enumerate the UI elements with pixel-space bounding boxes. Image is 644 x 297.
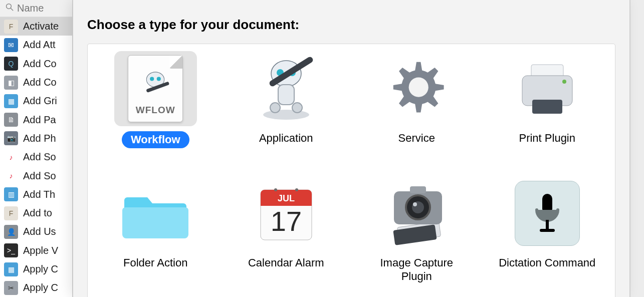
service-icon — [375, 51, 458, 126]
type-label: Image Capture Plugin — [366, 256, 467, 283]
svg-rect-17 — [532, 100, 562, 114]
list-item-label: Apply C — [23, 263, 58, 275]
type-grid: WFLOW Workflow — [93, 51, 610, 283]
list-item[interactable]: 🗎Add Pa — [0, 110, 72, 129]
svg-point-4 — [157, 77, 161, 81]
type-application[interactable]: Application — [224, 51, 349, 148]
type-label: Service — [398, 131, 435, 145]
list-item-label: Add Us — [23, 226, 56, 237]
list-item-label: Add Th — [23, 189, 55, 200]
thumb-icon: ▥ — [4, 187, 18, 201]
user-icon: 👤 — [4, 225, 18, 239]
svg-rect-33 — [540, 229, 555, 232]
svg-point-12 — [270, 103, 280, 113]
svg-point-14 — [409, 78, 428, 97]
dictation-icon — [506, 176, 588, 251]
svg-rect-10 — [278, 85, 294, 105]
itunes-icon: ♪ — [4, 169, 18, 183]
type-print-plugin[interactable]: Print Plugin — [485, 51, 610, 148]
type-label: Print Plugin — [519, 131, 575, 145]
svg-point-13 — [292, 103, 302, 113]
color-icon: ◧ — [4, 76, 18, 90]
type-workflow[interactable]: WFLOW Workflow — [93, 51, 219, 148]
svg-rect-32 — [546, 220, 549, 229]
itunes-icon: ♪ — [4, 150, 18, 164]
list-item-label: Add So — [23, 151, 56, 163]
list-item-label: Add Pa — [23, 114, 56, 126]
list-item[interactable]: ◧Add Co — [0, 73, 72, 92]
search-row — [0, 0, 72, 17]
template-chooser-sheet: Choose a type for your document: — [73, 0, 630, 297]
list-item-label: Add Att — [23, 39, 56, 51]
svg-point-6 — [263, 110, 309, 120]
quicktime-icon: Q — [4, 57, 18, 71]
svg-point-18 — [562, 80, 566, 84]
type-image-capture-plugin[interactable]: Image Capture Plugin — [354, 176, 480, 283]
actions-list: FActivate✉Add AttQAdd Co◧Add Co▦Add Gri🗎… — [0, 17, 72, 297]
type-dictation-command[interactable]: Dictation Command — [485, 176, 610, 283]
list-item-label: Add Gri — [23, 95, 57, 107]
list-item-label: Add Ph — [23, 133, 56, 144]
type-label: Dictation Command — [499, 256, 595, 270]
list-item-label: Add So — [23, 170, 56, 182]
font-icon: F — [4, 20, 18, 34]
list-item[interactable]: ✉Add Att — [0, 36, 72, 54]
list-item[interactable]: ▦Add Gri — [0, 92, 72, 110]
svg-point-30 — [413, 202, 417, 206]
attach-icon: ✉ — [4, 38, 18, 52]
type-calendar-alarm[interactable]: JUL 17 Calendar Alarm — [224, 176, 349, 283]
type-service[interactable]: Service — [354, 51, 480, 148]
list-item[interactable]: 📷Add Ph — [0, 129, 72, 148]
workflow-icon: WFLOW — [114, 51, 197, 126]
actions-sidebar: FActivate✉Add AttQAdd Co◧Add Co▦Add Gri🗎… — [0, 0, 73, 297]
list-item[interactable]: ♪Add So — [0, 148, 72, 166]
type-label: Calendar Alarm — [248, 256, 324, 270]
grid-icon: ▦ — [4, 94, 18, 108]
camera-icon — [375, 176, 458, 251]
scissors-icon: ✂ — [4, 281, 18, 295]
type-label: Folder Action — [123, 256, 187, 270]
list-item-label: Apply C — [23, 282, 58, 293]
photo-icon: 📷 — [4, 131, 18, 145]
list-item[interactable]: ♪Add So — [0, 166, 72, 185]
list-item[interactable]: QAdd Co — [0, 55, 72, 73]
page-icon: 🗎 — [4, 113, 18, 127]
list-item[interactable]: FAdd to — [0, 204, 72, 222]
list-item[interactable]: FActivate — [0, 17, 72, 36]
type-label: Application — [259, 131, 313, 145]
list-item[interactable]: ✂Apply C — [0, 278, 72, 297]
font-icon: F — [4, 206, 18, 220]
window-edge — [630, 0, 644, 297]
calendar-icon: JUL 17 — [245, 176, 327, 251]
calendar-day: 17 — [271, 205, 302, 237]
svg-line-1 — [11, 8, 13, 11]
list-item-label: Add Co — [23, 58, 57, 70]
svg-rect-27 — [410, 186, 426, 193]
printer-icon — [506, 51, 588, 126]
type-label: Workflow — [122, 131, 189, 148]
search-icon — [5, 3, 14, 14]
list-item[interactable]: 👤Add Us — [0, 222, 72, 241]
list-item[interactable]: >_Apple V — [0, 241, 72, 260]
list-item-label: Add to — [23, 207, 52, 219]
svg-point-22 — [274, 188, 277, 191]
calendar-month: JUL — [278, 193, 295, 203]
wflow-badge: WFLOW — [136, 105, 175, 116]
sheet-title: Choose a type for your document: — [73, 0, 629, 44]
list-item[interactable]: ▥Add Th — [0, 185, 72, 204]
list-item[interactable]: ▦Apply C — [0, 260, 72, 278]
list-item-label: Add Co — [23, 77, 57, 88]
application-icon — [245, 51, 327, 126]
type-grid-container: WFLOW Workflow — [87, 44, 615, 297]
svg-point-23 — [295, 188, 298, 191]
type-folder-action[interactable]: Folder Action — [93, 176, 219, 283]
apply-icon: ▦ — [4, 262, 18, 276]
terminal-icon: >_ — [4, 243, 18, 257]
list-item-label: Activate — [23, 21, 59, 32]
svg-point-3 — [150, 77, 154, 81]
folder-icon — [114, 176, 197, 251]
list-item-label: Apple V — [23, 245, 58, 256]
